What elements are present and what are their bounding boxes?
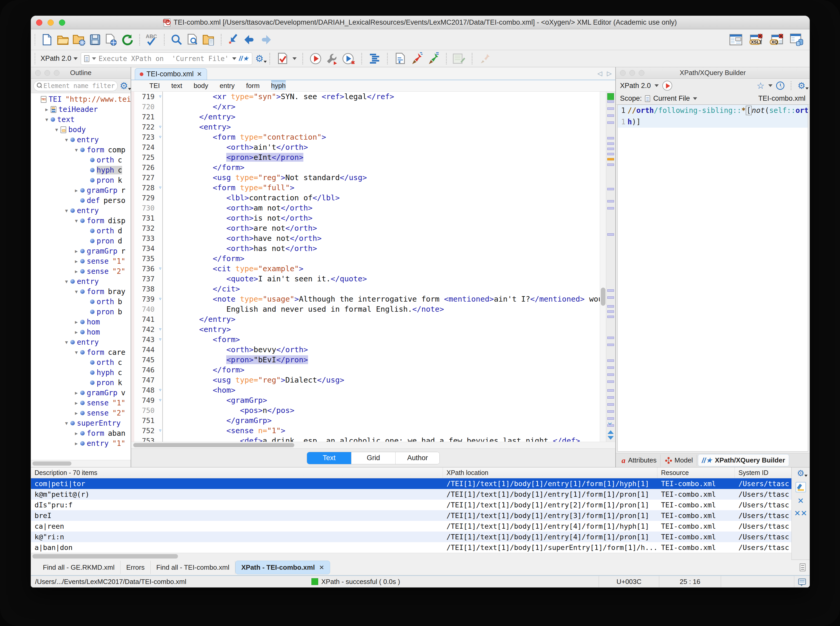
- highlight-mark[interactable]: [607, 122, 614, 124]
- debug-transformation-icon[interactable]: [342, 52, 356, 66]
- highlight-mark[interactable]: [607, 344, 614, 346]
- history-clock-icon[interactable]: [776, 81, 784, 90]
- xpath-builder-badge[interactable]: //★: [239, 55, 249, 63]
- code-line[interactable]: 731<orth>is not</orth>: [131, 213, 600, 223]
- outline-item[interactable]: ▼entry: [31, 205, 131, 216]
- xpath-engine-dropdown[interactable]: XPath 2.0: [41, 55, 78, 63]
- code-line[interactable]: 753<def>a drink, esp. an alcoholic one: …: [131, 436, 600, 442]
- highlight-mark[interactable]: [607, 296, 614, 299]
- outline-item[interactable]: orthb: [31, 297, 131, 307]
- code-line[interactable]: 727<usg type="reg">Not standard</usg>: [131, 172, 600, 183]
- bottom-tab-3[interactable]: Find all - TEI-combo.xml: [151, 561, 236, 574]
- highlight-mark[interactable]: [607, 403, 614, 406]
- breadcrumb-item-form[interactable]: form: [246, 82, 260, 90]
- editor-tab[interactable]: TEI-combo.xml ✕: [135, 68, 207, 80]
- remove-all-results-icon[interactable]: ✕✕: [794, 509, 807, 517]
- xpath-settings-gear-icon[interactable]: ⚙: [255, 54, 264, 63]
- outline-item[interactable]: ▶sense"2": [31, 408, 131, 418]
- outline-item[interactable]: orthd: [31, 226, 131, 236]
- highlight-mark[interactable]: [607, 374, 614, 376]
- outline-item[interactable]: ▼superEntry: [31, 418, 131, 428]
- save-document-icon[interactable]: [88, 33, 102, 47]
- code-line[interactable]: 732<orth>are not</orth>: [131, 223, 600, 233]
- highlight-mark[interactable]: [607, 114, 614, 117]
- highlight-mark[interactable]: [607, 310, 614, 313]
- outline-item[interactable]: ▶teiHeader: [31, 104, 131, 114]
- results-hscrollbar[interactable]: [31, 553, 791, 560]
- highlight-mark[interactable]: [607, 336, 614, 339]
- outline-item[interactable]: ▶hom: [31, 317, 131, 327]
- tab-scroll-left-icon[interactable]: ◁: [597, 70, 602, 77]
- code-line[interactable]: 750<pos>n</pos>: [131, 405, 600, 416]
- code-line[interactable]: 724<orth>ain't</orth>: [131, 142, 600, 152]
- go-to-last-edit-icon[interactable]: *: [227, 33, 240, 47]
- highlight-mark[interactable]: [607, 316, 614, 318]
- associate-schema-icon[interactable]: [394, 52, 407, 66]
- outline-item[interactable]: ▶entry"1": [31, 438, 131, 449]
- code-line[interactable]: 728▿<form type="full">: [131, 183, 600, 193]
- highlight-mark[interactable]: [607, 200, 614, 202]
- chevron-down-icon[interactable]: [693, 97, 697, 100]
- outline-item[interactable]: ▼formbray: [31, 286, 131, 297]
- highlight-mark[interactable]: [607, 410, 614, 413]
- result-row[interactable]: k@m"petit@(r)/TEI[1]/text[1]/body[1]/ent…: [31, 489, 791, 499]
- toolbar-drag-handle[interactable]: [35, 53, 35, 64]
- chevron-down-icon[interactable]: [655, 85, 659, 87]
- highlight-mark[interactable]: [607, 389, 614, 392]
- code-line[interactable]: 719▿<xr type="syn">SYN. see <ref>legal</…: [131, 92, 600, 102]
- execute-xpath-button[interactable]: [663, 81, 672, 91]
- outline-item[interactable]: pronb: [31, 307, 131, 317]
- find-in-files-icon[interactable]: [202, 33, 215, 47]
- outline-item[interactable]: ▶sense"1": [31, 398, 131, 408]
- code-line[interactable]: 737<quote>I ain't seen it.</quote>: [131, 274, 600, 284]
- breadcrumb-item-entry[interactable]: entry: [220, 82, 235, 90]
- outline-item[interactable]: ▼formcare: [31, 347, 131, 357]
- forward-icon[interactable]: [259, 33, 272, 47]
- code-line[interactable]: 730<orth>am not</orth>: [131, 203, 600, 213]
- outline-item[interactable]: ▶sense"2": [31, 266, 131, 276]
- view-button-author[interactable]: Author: [395, 452, 440, 464]
- highlight-mark[interactable]: [607, 163, 614, 166]
- xpath-expression-line[interactable]: 1h)]: [618, 116, 808, 128]
- bottom-tab-4[interactable]: XPath - TEI-combo.xml✕: [236, 560, 330, 574]
- col-description[interactable]: Description - 70 items: [31, 468, 443, 478]
- highlight-mark[interactable]: [607, 360, 614, 362]
- code-line[interactable]: 747<usg type="reg">Dialect</usg>: [131, 375, 600, 385]
- tab-scroll-right-icon[interactable]: ▷: [607, 70, 612, 77]
- database-perspective-icon[interactable]: [790, 33, 803, 47]
- outline-item[interactable]: TEI"http://www.tei-: [31, 94, 131, 104]
- editor-hscrollbar[interactable]: [131, 442, 615, 449]
- chevron-down-icon[interactable]: [232, 57, 236, 60]
- highlight-mark[interactable]: [607, 153, 614, 155]
- outline-item[interactable]: pronk: [31, 378, 131, 388]
- highlight-pen-icon[interactable]: [796, 482, 806, 492]
- outline-item[interactable]: ▼entry: [31, 337, 131, 347]
- pin-red-icon[interactable]: [410, 52, 424, 66]
- code-line[interactable]: 748▿<hom>: [131, 385, 600, 395]
- code-line[interactable]: 734<orth>has not</orth>: [131, 243, 600, 254]
- highlight-mark[interactable]: [607, 137, 614, 139]
- highlight-mark[interactable]: [607, 188, 614, 190]
- results-settings-gear-icon[interactable]: ⚙: [797, 469, 804, 477]
- configure-transformation-icon[interactable]: [325, 52, 339, 66]
- highlight-mark[interactable]: [607, 396, 614, 399]
- outline-item[interactable]: ▼formcomp: [31, 145, 131, 155]
- code-line[interactable]: 740English and never used in formal Engl…: [131, 304, 600, 314]
- highlight-mark[interactable]: [607, 424, 614, 427]
- highlight-mark[interactable]: [607, 148, 614, 150]
- back-icon[interactable]: [243, 33, 256, 47]
- code-line[interactable]: 720</xr>: [131, 102, 600, 112]
- debug-xslt-icon[interactable]: XSLT: [749, 33, 763, 47]
- code-line[interactable]: 744<orth>bevvy</orth>: [131, 345, 600, 355]
- status-notifications[interactable]: [794, 576, 810, 587]
- execute-xpath-combo[interactable]: Execute XPath on 'Current File' //★: [81, 52, 252, 65]
- code-line[interactable]: 736▿<cit type="example">: [131, 264, 600, 274]
- highlight-mark[interactable]: [607, 142, 614, 145]
- highlight-mark[interactable]: [607, 290, 614, 292]
- reload-icon[interactable]: [121, 33, 134, 47]
- builder-engine-dropdown[interactable]: XPath 2.0: [620, 82, 651, 90]
- highlight-mark[interactable]: [607, 108, 614, 110]
- open-url-icon[interactable]: [72, 33, 86, 47]
- code-line[interactable]: 745<pron>"bEvI</pron>: [131, 355, 600, 365]
- tab-model[interactable]: Model: [661, 455, 697, 466]
